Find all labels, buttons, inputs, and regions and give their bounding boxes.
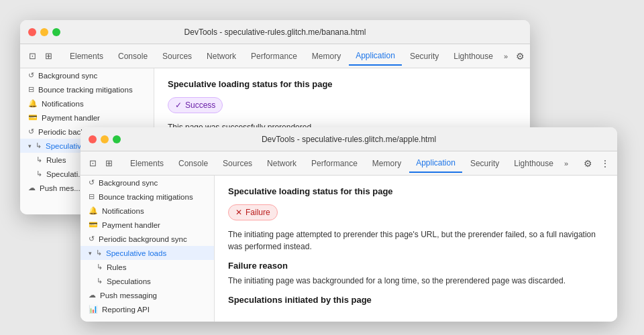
cursor-icon-2[interactable]: ⊡: [86, 157, 99, 170]
minimize-button-2[interactable]: [101, 135, 109, 143]
notif-icon-1: 🔔: [28, 99, 38, 108]
status-label-failure: Failure: [246, 208, 270, 217]
arrow-icon-2: ▾: [89, 250, 92, 257]
sidebar-item-notifications-1[interactable]: 🔔 Notifications: [20, 96, 154, 111]
arrow-icon-1: ▾: [28, 143, 32, 149]
tab-lighthouse-1[interactable]: Lighthouse: [447, 48, 500, 65]
sidebar-item-speculative-2[interactable]: ▾ ↳ Speculative loads: [80, 246, 214, 260]
close-button-1[interactable]: [28, 28, 36, 36]
sidebar-label-periodic-2: Periodic background sync: [99, 235, 187, 243]
sidebar-label-bounce-1: Bounce tracking mitigations: [38, 86, 133, 94]
payment-icon-1: 💳: [28, 113, 38, 122]
speculations-icon-1: ↳: [36, 170, 42, 178]
sidebar-item-payment-2[interactable]: 💳 Payment handler: [80, 218, 214, 232]
cursor-icon[interactable]: ⊡: [25, 50, 39, 63]
bounce-icon-1: ⊟: [28, 85, 34, 94]
periodic-icon-1: ↺: [28, 127, 34, 136]
sidebar-item-bounce-1[interactable]: ⊟ Bounce tracking mitigations: [20, 82, 154, 96]
maximize-button-1[interactable]: [52, 28, 60, 36]
failure-icon: ✕: [235, 208, 242, 217]
tab-security-1[interactable]: Security: [403, 48, 445, 65]
inspect-icon-2[interactable]: ⊞: [102, 157, 115, 170]
sidebar-item-push-2[interactable]: ☁ Push messaging: [80, 288, 214, 302]
rules-icon-2: ↳: [97, 263, 103, 271]
panel-2: Speculative loading status for this page…: [215, 176, 617, 322]
panel-description-2: The initiating page attempted to prerend…: [228, 228, 604, 253]
tab-console-2[interactable]: Console: [172, 155, 215, 172]
devtools-window-2: DevTools - speculative-rules.glitch.me/a…: [80, 127, 617, 322]
window-title-2: DevTools - speculative-rules.glitch.me/a…: [262, 135, 436, 144]
push-icon-1: ☁: [28, 184, 36, 192]
minimize-button-1[interactable]: [40, 28, 48, 36]
tab-network-1[interactable]: Network: [200, 48, 243, 65]
toolbar-2: ⊡ ⊞ Elements Console Sources Network Per…: [80, 151, 617, 176]
sidebar-item-speculations-2[interactable]: ↳ Speculations: [80, 274, 214, 288]
sidebar-item-periodic-2[interactable]: ↺ Periodic background sync: [80, 232, 214, 246]
sidebar-item-reporting-2[interactable]: 📊 Reporting API: [80, 302, 214, 316]
sidebar-label-push-2: Push messaging: [100, 291, 157, 299]
sidebar-label-1: Background sync: [38, 72, 97, 80]
panel-title-2: Speculative loading status for this page: [228, 186, 604, 196]
sidebar-label-speculative-2: Speculative loads: [106, 249, 166, 257]
sidebar-2: ↺ Background sync ⊟ Bounce tracking miti…: [80, 176, 215, 322]
sidebar-label-reporting-2: Reporting API: [102, 306, 150, 314]
sidebar-label-notif-1: Notifications: [42, 100, 84, 108]
tab-memory-2[interactable]: Memory: [366, 155, 408, 172]
toolbar-right-2: ⚙ ⋮: [581, 157, 612, 170]
sidebar-item-rules-2[interactable]: ↳ Rules: [80, 260, 214, 274]
sidebar-item-background-sync-1[interactable]: ↺ Background sync: [20, 68, 154, 82]
tab-security-2[interactable]: Security: [464, 155, 506, 172]
toolbar-1: ⊡ ⊞ Elements Console Sources Network Per…: [20, 44, 530, 68]
sidebar-label-payment-2: Payment handler: [102, 221, 160, 229]
sidebar-item-background-sync-2[interactable]: ↺ Background sync: [80, 176, 214, 190]
sidebar-item-bounce-2[interactable]: ⊟ Bounce tracking mitigations: [80, 190, 214, 204]
inspect-icon[interactable]: ⊞: [42, 50, 55, 63]
toolbar-icons-2: ⊡ ⊞: [86, 157, 115, 170]
tab-elements-1[interactable]: Elements: [63, 48, 110, 65]
tab-sources-2[interactable]: Sources: [216, 155, 259, 172]
tab-lighthouse-2[interactable]: Lighthouse: [507, 155, 560, 172]
close-button-2[interactable]: [89, 135, 97, 143]
sidebar-label-payment-1: Payment handler: [42, 114, 100, 122]
more-tabs-2[interactable]: »: [561, 155, 571, 172]
tab-network-2[interactable]: Network: [260, 155, 303, 172]
status-badge-failure: ✕ Failure: [228, 204, 278, 220]
traffic-lights-2: [89, 135, 121, 143]
more-options-icon-2[interactable]: ⋮: [598, 157, 612, 170]
sidebar-label-bounce-2: Bounce tracking mitigations: [99, 193, 193, 201]
sidebar-label-push-1: Push mes...: [40, 184, 80, 192]
sidebar-label-bg-sync-2: Background sync: [99, 179, 158, 187]
tab-memory-1[interactable]: Memory: [305, 48, 347, 65]
sidebar-label-speculations-1: Speculati...: [46, 170, 85, 178]
sidebar-label-speculations-2: Speculations: [107, 277, 151, 285]
window-title-1: DevTools - speculative-rules.glitch.me/b…: [184, 27, 366, 37]
sidebar-label-rules-1: Rules: [46, 156, 66, 164]
payment-icon-2: 💳: [89, 220, 98, 229]
speculative-icon-1: ↳: [36, 141, 42, 150]
settings-icon-2[interactable]: ⚙: [581, 157, 594, 170]
tab-elements-2[interactable]: Elements: [123, 155, 170, 172]
status-label-success: Success: [185, 100, 215, 110]
reporting-icon-2: 📊: [89, 305, 98, 314]
tab-bar-2: Elements Console Sources Network Perform…: [123, 154, 578, 173]
tab-performance-1[interactable]: Performance: [244, 48, 304, 65]
settings-icon-1[interactable]: ⚙: [513, 50, 527, 63]
failure-reason-text: The initiating page was backgrounded for…: [228, 275, 604, 287]
more-tabs-1[interactable]: »: [501, 48, 511, 64]
sidebar-item-notifications-2[interactable]: 🔔 Notifications: [80, 204, 214, 218]
notif-icon-2: 🔔: [89, 206, 98, 215]
sidebar-label-notif-2: Notifications: [102, 207, 144, 215]
sidebar-item-payment-1[interactable]: 💳 Payment handler: [20, 111, 154, 125]
tab-bar-1: Elements Console Sources Network Perform…: [63, 47, 511, 66]
tab-console-1[interactable]: Console: [111, 48, 154, 65]
tab-sources-1[interactable]: Sources: [156, 48, 199, 65]
status-badge-success: ✓ Success: [168, 97, 223, 113]
speculative-icon-2: ↳: [96, 249, 102, 257]
success-icon: ✓: [175, 100, 182, 110]
maximize-button-2[interactable]: [113, 135, 121, 143]
push-icon-2: ☁: [89, 291, 96, 299]
tab-application-1[interactable]: Application: [349, 47, 402, 66]
periodic-icon-2: ↺: [89, 234, 95, 243]
tab-application-2[interactable]: Application: [409, 154, 462, 173]
tab-performance-2[interactable]: Performance: [305, 155, 364, 172]
